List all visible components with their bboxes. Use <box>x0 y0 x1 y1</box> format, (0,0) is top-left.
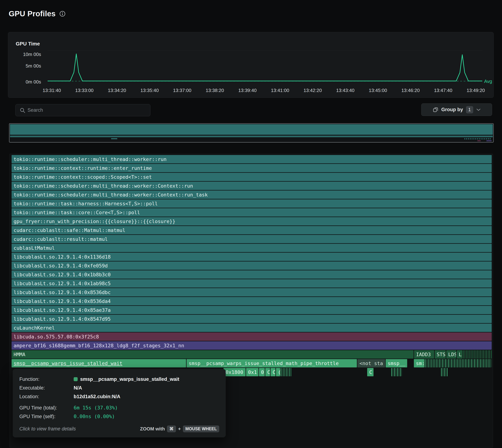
x-tick-label: 13:47:40 <box>434 88 452 93</box>
flame-frame-label: libcublasLt.so.12.9.1.4:0x85ae37a <box>12 307 113 313</box>
flame-frame[interactable]: libcublasLt.so.12.9.1.4:0x1b8b3c0 <box>12 270 492 279</box>
flame-frame[interactable]: libcublasLt.so.12.9.1.4:0x8536da4 <box>12 297 492 305</box>
x-tick-label: 13:41:00 <box>271 88 289 93</box>
search-input[interactable] <box>15 104 150 116</box>
group-by-button[interactable]: Group by 1 <box>421 103 492 116</box>
flame-frame[interactable]: C <box>367 368 373 376</box>
flame-frame-label: tokio::runtime::task::core::Core<T,S>::p… <box>12 210 142 215</box>
page-title: GPU Profiles <box>9 9 56 18</box>
flame-frame[interactable]: <not sta <box>357 359 385 368</box>
tooltip-gpu-total-value: 6m 15s (37.03%) <box>74 403 219 412</box>
flame-frame[interactable]: IADD3 <box>414 350 434 359</box>
chevron-down-icon <box>476 108 481 111</box>
gpu-time-series-line <box>48 54 482 81</box>
flame-frame[interactable]: smsp__pcsamp_warps_issue_stalled_math_pi… <box>187 359 357 368</box>
flame-frame-label: libcublasLt.so.12.9.1.4:0x1b8b3c0 <box>12 272 113 277</box>
x-tick-label: 13:33:00 <box>75 88 93 93</box>
gpu-time-chart-panel: GPU Time 10m 00s 5m 00s 0m 00s Avg 13:31… <box>8 32 494 98</box>
flame-frame[interactable]: libcublasLt.so.12.9.1.4:0x85ae37a <box>12 306 492 314</box>
flame-frame[interactable]: tokio::runtime::scheduler::multi_thread:… <box>12 155 492 163</box>
flame-frame[interactable]: libcublasLt.so.12.9.1.4:0x1136d18 <box>12 253 492 261</box>
flame-frame[interactable] <box>463 350 492 359</box>
flame-frame-label: L <box>457 352 463 357</box>
flame-frame[interactable]: cudarc::cublaslt::result::matmul <box>12 235 492 243</box>
flame-frame[interactable]: cublasLtMatmul <box>12 244 492 252</box>
flame-row: libcublasLt.so.12.9.1.4:0x1ab98c5 <box>12 279 492 288</box>
tooltip-executable-value: N/A <box>74 384 219 392</box>
zoom-hint-group: ZOOM with ⌘ + MOUSE WHEEL <box>140 426 219 432</box>
flame-frame[interactable]: libcublasLt.so.12.9.1.4:0xfe059d <box>12 261 492 270</box>
info-icon[interactable] <box>59 11 66 17</box>
flame-frame[interactable]: tokio::runtime::task::harness::Harness<T… <box>12 199 492 208</box>
tooltip-location-value: b12d1a52.cubin:N/A <box>74 392 219 401</box>
flame-frame[interactable] <box>441 368 448 376</box>
minimap-maroon-dash <box>477 140 481 141</box>
flame-frame[interactable]: STS <box>435 350 446 359</box>
chart-title: GPU Time <box>16 41 40 47</box>
flame-frame[interactable]: libcublasLt.so.12.9.1.4:0x1ab98c5 <box>12 279 492 288</box>
minimap-slivers <box>464 138 491 139</box>
avg-label: Avg <box>484 79 492 84</box>
flame-frame[interactable]: tokio::runtime::scheduler::multi_thread:… <box>12 191 492 199</box>
flame-frame[interactable]: sm: <box>414 359 424 368</box>
flame-row: libcublasLt.so.12.9.1.4:0x8536dbc <box>12 288 492 296</box>
flame-row: cublasLtMatmul <box>12 244 492 252</box>
flame-frame[interactable]: LDS <box>446 350 456 359</box>
flame-frame[interactable]: 0x1800 <box>224 368 245 376</box>
flamegraph-minimap[interactable] <box>9 123 494 143</box>
flame-frame-label: tokio::runtime::scheduler::multi_thread:… <box>12 157 168 162</box>
flame-frame[interactable]: smsp__pcsamp_warps_issue_stalled_wait <box>12 359 186 368</box>
flame-frame[interactable]: tokio::runtime::context::scoped::Scoped<… <box>12 173 492 181</box>
flame-frame[interactable]: HMMA <box>12 350 413 359</box>
flame-frame[interactable]: gpu_fryer::run_with_precision::{{closure… <box>12 217 492 225</box>
flame-frame-label: tokio::runtime::scheduler::multi_thread:… <box>12 192 210 198</box>
x-tick-label: 13:43:40 <box>336 88 354 93</box>
flame-frame[interactable]: tokio::runtime::task::core::Core<T,S>::p… <box>12 208 492 217</box>
minimap-teal-line <box>10 136 493 137</box>
flame-frame-label: C <box>265 369 270 375</box>
flame-frame-label: 0 <box>259 369 265 375</box>
flame-frame-label: tokio::runtime::context::runtime::enter_… <box>12 165 154 171</box>
flame-frame[interactable] <box>391 368 402 376</box>
flame-row: libcublasLt.so.12.9.1.4:0x85ae37a <box>12 306 492 314</box>
flame-frame[interactable]: libcublasLt.so.12.9.1.4:0x8536dbc <box>12 288 492 296</box>
flame-row: tokio::runtime::task::harness::Harness<T… <box>12 199 492 208</box>
flame-frame[interactable]: tokio::runtime::context::runtime::enter_… <box>12 164 492 172</box>
frame-tooltip: Function: smsp__pcsamp_warps_issue_stall… <box>13 369 226 437</box>
flame-frame-label: C <box>271 369 275 375</box>
flame-frame-label: libcuda.so.575.57.08:0x3f25c8 <box>12 334 101 339</box>
flame-frame[interactable]: 0 <box>259 368 265 376</box>
flame-frame[interactable]: 0x1 <box>246 368 259 376</box>
flame-frame[interactable] <box>425 359 492 368</box>
flame-frame[interactable]: smsp__ <box>386 359 407 368</box>
x-tick-label: 13:42:20 <box>304 88 322 93</box>
flame-frame[interactable]: tokio::runtime::scheduler::multi_thread:… <box>12 182 492 190</box>
search-box <box>15 104 150 116</box>
x-tick-label: 13:37:00 <box>173 88 191 93</box>
flame-frame[interactable]: libcuda.so.575.57.08:0x3f25c8 <box>12 333 492 341</box>
flame-gap <box>374 368 391 376</box>
flame-frame-label: libcublasLt.so.12.9.1.4:0x1ab98c5 <box>12 281 113 286</box>
flame-frame[interactable]: libcublasLt.so.12.9.1.4:0x8547d95 <box>12 315 492 323</box>
flame-frame[interactable]: L <box>457 350 463 359</box>
flame-frame-label: libcublasLt.so.12.9.1.4:0x8536dbc <box>12 289 113 295</box>
gpu-time-line-chart[interactable] <box>48 50 482 84</box>
flame-frame[interactable]: ampere_bf16_s1688gemm_bf16_128x128_ldg8_… <box>12 341 492 350</box>
flame-frame[interactable]: C <box>265 368 270 376</box>
flame-frame[interactable]: cuLaunchKernel <box>12 324 492 332</box>
flame-row: smsp__pcsamp_warps_issue_stalled_waitsms… <box>12 359 492 368</box>
flame-frame[interactable] <box>281 368 292 376</box>
flame-frame[interactable]: ( <box>276 368 280 376</box>
minimap-dash <box>111 138 117 139</box>
flame-frame-label: gpu_fryer::run_with_precision::{{closure… <box>12 219 177 224</box>
flame-frame-label: LDS <box>446 352 456 357</box>
tooltip-executable-label: Executable: <box>19 384 74 392</box>
minimap-purple-dash <box>487 140 491 141</box>
frame-color-swatch <box>74 377 78 381</box>
group-by-count-badge: 1 <box>466 106 473 113</box>
flame-frame[interactable]: C <box>271 368 275 376</box>
flame-row: tokio::runtime::scheduler::multi_thread:… <box>12 182 492 190</box>
flame-frame[interactable]: cudarc::cublaslt::safe::Matmul::matmul <box>12 226 492 234</box>
zoom-plus: + <box>178 426 181 432</box>
flame-frame-label: sm: <box>414 361 424 366</box>
